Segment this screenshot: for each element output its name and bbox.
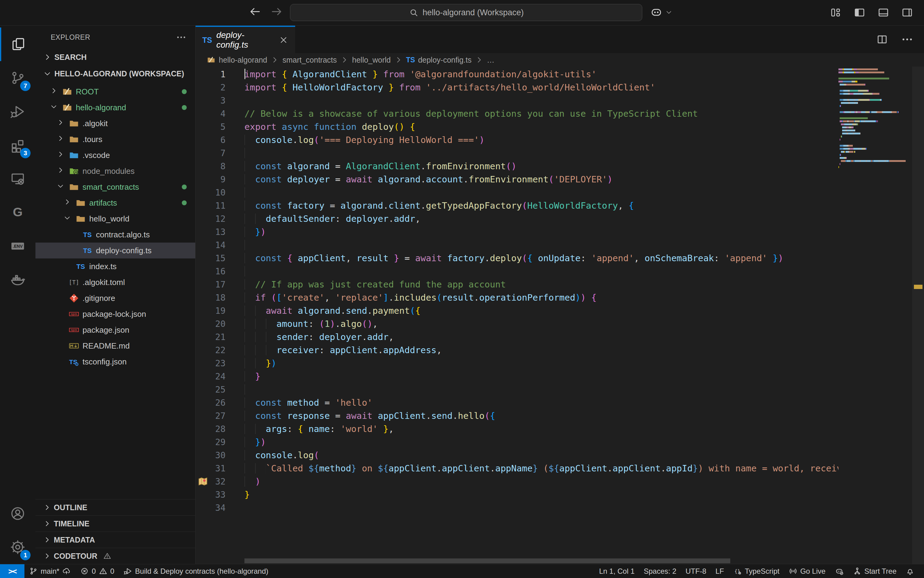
remote-indicator[interactable]: >< bbox=[0, 564, 24, 578]
status-git-branch-text: main* bbox=[41, 567, 59, 576]
layout-sidebar-left-icon[interactable] bbox=[853, 6, 866, 19]
code-line-29: 29 }) bbox=[196, 436, 838, 449]
customize-layout-icon[interactable] bbox=[829, 6, 842, 19]
activity-settings[interactable]: 1 bbox=[0, 530, 36, 564]
tree-item-contract.algo.ts[interactable]: TScontract.algo.ts bbox=[36, 227, 195, 243]
command-center-search[interactable]: hello-algorand (Workspace) bbox=[290, 4, 642, 21]
minimap-line bbox=[838, 169, 912, 172]
tree-item-hello-algorand[interactable]: hello-algorand bbox=[36, 100, 195, 115]
horizontal-scrollbar-thumb[interactable] bbox=[244, 559, 730, 563]
tree-item-smart_contracts[interactable]: smart_contracts bbox=[36, 179, 195, 195]
section-timeline[interactable]: TIMELINE bbox=[36, 515, 195, 532]
ellipsis-icon[interactable] bbox=[176, 32, 187, 43]
layout-panel-icon[interactable] bbox=[877, 6, 890, 19]
ellipsis-icon[interactable] bbox=[901, 33, 914, 46]
tab-deploy-config[interactable]: TS deploy-config.ts bbox=[196, 26, 295, 53]
section-search[interactable]: SEARCH bbox=[36, 49, 195, 65]
breadcrumb-file[interactable]: deploy-config.ts bbox=[418, 55, 471, 65]
arrow-right-icon[interactable] bbox=[270, 5, 284, 18]
activity-docker[interactable] bbox=[0, 263, 36, 296]
line-number: 4 bbox=[196, 107, 244, 120]
status-encoding[interactable]: UTF-8 bbox=[681, 564, 711, 578]
tree-item-.vscode[interactable]: .vscode bbox=[36, 147, 195, 163]
status-git-branch[interactable]: main* bbox=[24, 564, 75, 578]
breadcrumb-item[interactable]: hello-algorand bbox=[219, 55, 267, 65]
split-editor-icon[interactable] bbox=[876, 33, 888, 46]
horizontal-scrollbar[interactable] bbox=[244, 559, 838, 563]
breadcrumb-item[interactable]: smart_contracts bbox=[283, 55, 337, 65]
tree-item-deploy-config.ts[interactable]: TSdeploy-config.ts bbox=[36, 243, 195, 258]
section-label: CODETOUR bbox=[54, 552, 97, 560]
status-go-live[interactable]: Go Live bbox=[784, 564, 830, 578]
arrow-left-icon[interactable] bbox=[248, 5, 261, 18]
tree-item-ROOT[interactable]: ROOT bbox=[36, 84, 195, 100]
code-line-14: 14 bbox=[196, 239, 838, 252]
breadcrumb-overflow[interactable]: … bbox=[487, 55, 494, 65]
tree-item-tsconfig.json[interactable]: TStsconfig.json bbox=[36, 354, 195, 370]
tree-item-.algokit.toml[interactable]: [T].algokit.toml bbox=[36, 274, 195, 290]
section-codetour[interactable]: CODETOUR bbox=[36, 548, 195, 564]
activity-dotenv[interactable]: .ENV bbox=[0, 229, 36, 263]
codetour-marker-icon[interactable] bbox=[197, 476, 208, 487]
minimap[interactable] bbox=[838, 68, 912, 564]
tree-item-.tours[interactable]: .tours bbox=[36, 132, 195, 147]
tree-item-package.json[interactable]: npmpackage.json bbox=[36, 322, 195, 338]
status-start-tree[interactable]: Start Tree bbox=[848, 564, 901, 578]
md-file-icon bbox=[67, 340, 81, 351]
tree-item-artifacts[interactable]: artifacts bbox=[36, 195, 195, 211]
ts-badge: TS bbox=[406, 56, 415, 64]
status-indentation-text: Spaces: 2 bbox=[644, 567, 677, 576]
tree-item-label: .tours bbox=[83, 135, 102, 144]
tree-item-hello_world[interactable]: hello_world bbox=[36, 211, 195, 227]
copilot-menu[interactable] bbox=[650, 5, 673, 19]
status-task[interactable]: Build & Deploy contracts (hello-algorand… bbox=[119, 564, 273, 578]
svg-text:TS: TS bbox=[83, 231, 92, 239]
section-metadata[interactable]: METADATA bbox=[36, 532, 195, 548]
status-eol[interactable]: LF bbox=[711, 564, 729, 578]
tree-item-index.ts[interactable]: TSindex.ts bbox=[36, 258, 195, 274]
code-line-text bbox=[244, 147, 838, 160]
minimap-line bbox=[838, 110, 912, 114]
tree-item-.algokit[interactable]: .algokit bbox=[36, 115, 195, 132]
workspace-header[interactable]: HELLO-ALGORAND (WORKSPACE) bbox=[36, 65, 195, 82]
tree-item-package-lock.json[interactable]: npmpackage-lock.json bbox=[36, 306, 195, 322]
gitlens-g-icon: G bbox=[10, 205, 26, 220]
line-number: 27 bbox=[196, 409, 244, 422]
minimap-line bbox=[838, 166, 912, 169]
breadcrumb-item[interactable]: hello_world bbox=[352, 55, 390, 65]
code-line-text: }) bbox=[244, 436, 838, 449]
activity-accounts[interactable] bbox=[0, 497, 36, 530]
activity-extensions[interactable]: 3 bbox=[0, 128, 36, 162]
tree-item-.gitignore[interactable]: .gitignore bbox=[36, 290, 195, 306]
tree-item-node_modules[interactable]: JSnode_modules bbox=[36, 163, 195, 179]
overview-ruler[interactable] bbox=[912, 67, 924, 564]
status-indentation[interactable]: Spaces: 2 bbox=[639, 564, 681, 578]
line-number: 21 bbox=[196, 331, 244, 344]
status-cursor-position[interactable]: Ln 1, Col 1 bbox=[594, 564, 639, 578]
status-language-mode[interactable]: {}TypeScript bbox=[729, 564, 784, 578]
status-copilot-status[interactable] bbox=[830, 564, 848, 578]
status-problems[interactable]: 00 bbox=[75, 564, 119, 578]
git-status-dot bbox=[182, 185, 187, 189]
code-line-28: 28 args: { name: 'world' }, bbox=[196, 422, 838, 436]
section-outline[interactable]: OUTLINE bbox=[36, 499, 195, 515]
minimap-line bbox=[838, 120, 912, 123]
activity-gitlens[interactable]: G bbox=[0, 195, 36, 229]
activity-source-control[interactable]: 7 bbox=[0, 61, 36, 95]
code-editor[interactable]: 1import { AlgorandClient } from '@algora… bbox=[196, 67, 924, 564]
status-notifications[interactable] bbox=[901, 564, 919, 578]
folder-icon bbox=[74, 197, 88, 208]
activity-run-and-debug[interactable] bbox=[0, 95, 36, 128]
activity-explorer[interactable] bbox=[0, 28, 36, 61]
code-line-19: 19 await algorand.send.payment({ bbox=[196, 304, 838, 317]
code-line-text: `Called ${method} on ${appClient.appClie… bbox=[244, 462, 838, 475]
layout-sidebar-right-icon[interactable] bbox=[901, 6, 914, 19]
warning-triangle-icon bbox=[103, 552, 112, 560]
files-icon bbox=[10, 36, 26, 52]
close-icon[interactable] bbox=[279, 35, 289, 45]
code-line-text: args: { name: 'world' }, bbox=[244, 422, 838, 436]
minimap-line bbox=[838, 150, 912, 153]
toml-file-icon: [T] bbox=[67, 277, 81, 288]
activity-remote-explorer[interactable] bbox=[0, 162, 36, 195]
tree-item-README.md[interactable]: README.md bbox=[36, 338, 195, 354]
